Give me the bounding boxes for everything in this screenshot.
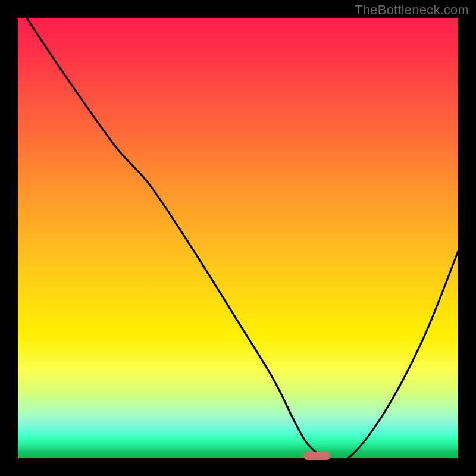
bottleneck-curve [27,18,458,462]
curve-svg [18,18,458,458]
plot-area [18,18,458,458]
optimal-marker [303,452,331,460]
chart-frame: TheBottleneck.com [0,0,476,476]
watermark-text: TheBottleneck.com [355,2,469,18]
